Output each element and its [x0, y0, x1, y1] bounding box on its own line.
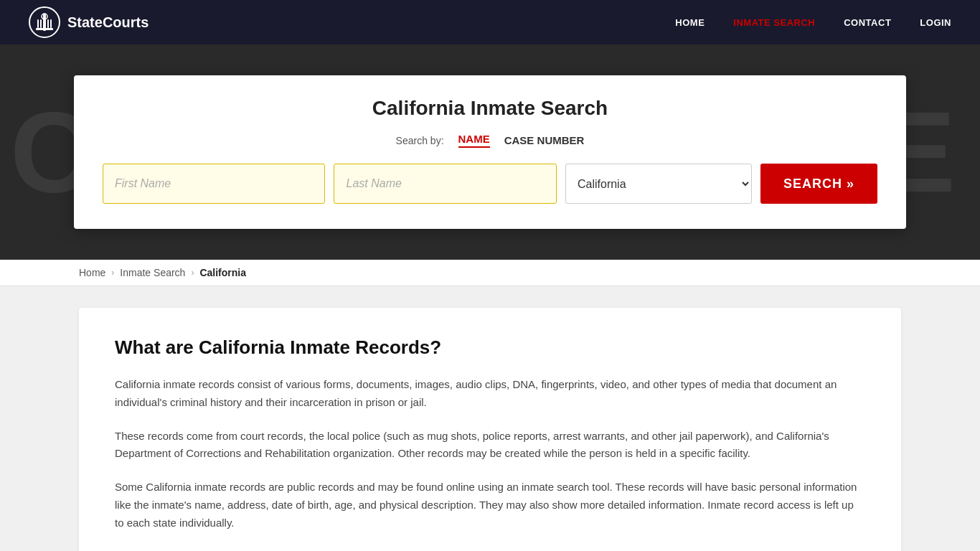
tab-name[interactable]: NAME: [458, 133, 490, 148]
svg-rect-1: [36, 28, 53, 30]
svg-rect-6: [44, 19, 45, 28]
search-card: California Inmate Search Search by: NAME…: [74, 75, 906, 229]
content-card: What are California Inmate Records? Cali…: [79, 308, 901, 551]
content-para-3: Some California inmate records are publi…: [115, 479, 865, 532]
state-select[interactable]: California: [565, 164, 752, 204]
svg-rect-5: [47, 19, 49, 28]
content-heading: What are California Inmate Records?: [115, 336, 865, 359]
main-nav: HOME INMATE SEARCH CONTACT LOGIN: [675, 17, 951, 28]
hero-banner: COURTHOUSE California Inmate Search Sear…: [0, 44, 980, 260]
logo-area[interactable]: StateCourts: [29, 6, 149, 38]
nav-contact[interactable]: CONTACT: [844, 17, 891, 28]
svg-rect-4: [40, 19, 42, 28]
logo-icon: [29, 6, 60, 38]
content-para-2: These records come from court records, t…: [115, 428, 865, 463]
svg-rect-2: [37, 19, 39, 28]
last-name-input[interactable]: [334, 164, 556, 204]
content-para-1: California inmate records consist of var…: [115, 376, 865, 412]
search-inputs-row: California SEARCH »: [103, 164, 877, 204]
search-card-title: California Inmate Search: [103, 97, 877, 120]
tab-case-number[interactable]: CASE NUMBER: [504, 134, 585, 146]
nav-inmate-search[interactable]: INMATE SEARCH: [733, 17, 815, 28]
svg-rect-3: [50, 19, 52, 28]
breadcrumb-current: California: [199, 267, 246, 278]
breadcrumb-chevron-2: ›: [191, 268, 194, 278]
logo-text: StateCourts: [67, 14, 149, 31]
breadcrumb-inmate-search[interactable]: Inmate Search: [120, 267, 185, 278]
first-name-input[interactable]: [103, 164, 325, 204]
breadcrumb-chevron-1: ›: [111, 268, 114, 278]
search-by-label: Search by:: [396, 135, 444, 146]
search-button[interactable]: SEARCH »: [760, 164, 877, 204]
breadcrumb: Home › Inmate Search › California: [0, 260, 980, 286]
search-tab-row: Search by: NAME CASE NUMBER: [103, 133, 877, 148]
site-header: StateCourts HOME INMATE SEARCH CONTACT L…: [0, 0, 980, 44]
nav-login[interactable]: LOGIN: [920, 17, 951, 28]
breadcrumb-home[interactable]: Home: [79, 267, 105, 278]
main-content: What are California Inmate Records? Cali…: [0, 286, 980, 551]
nav-home[interactable]: HOME: [675, 17, 705, 28]
